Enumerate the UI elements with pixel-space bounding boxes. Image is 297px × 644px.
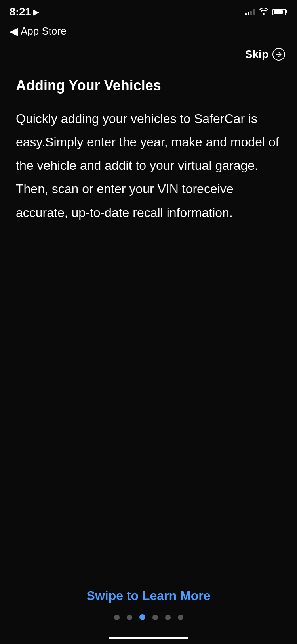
- skip-container: Skip: [0, 44, 297, 69]
- status-time: 8:21: [10, 6, 31, 18]
- bottom-area: Swipe to Learn More: [0, 588, 297, 620]
- status-right: [245, 7, 287, 17]
- dot-5[interactable]: [165, 615, 171, 620]
- swipe-label[interactable]: Swipe to Learn More: [87, 588, 211, 603]
- signal-icon: [245, 8, 255, 15]
- skip-label: Skip: [245, 48, 268, 61]
- skip-button[interactable]: Skip: [245, 48, 285, 61]
- status-bar: 8:21 ▶: [0, 0, 297, 21]
- dot-6[interactable]: [178, 615, 183, 620]
- wifi-icon: [259, 7, 268, 17]
- nav-bar: ◀ App Store: [0, 21, 297, 44]
- status-left: 8:21 ▶: [10, 6, 39, 18]
- page-description: Quickly adding your vehicles to SaferCar…: [16, 107, 281, 224]
- dot-3[interactable]: [139, 614, 145, 620]
- back-label: App Store: [21, 25, 67, 37]
- back-button[interactable]: ◀ App Store: [10, 25, 67, 38]
- main-content: Adding Your Vehicles Quickly adding your…: [0, 69, 297, 224]
- battery-icon: [272, 9, 287, 15]
- back-chevron-icon: ◀: [10, 25, 18, 38]
- location-icon: ▶: [33, 7, 39, 17]
- skip-circle-icon: [272, 48, 285, 61]
- dot-4[interactable]: [152, 615, 158, 620]
- dot-2[interactable]: [127, 615, 132, 620]
- page-dots: [114, 614, 183, 620]
- dot-1[interactable]: [114, 615, 120, 620]
- home-indicator: [109, 637, 188, 639]
- page-title: Adding Your Vehicles: [16, 77, 281, 95]
